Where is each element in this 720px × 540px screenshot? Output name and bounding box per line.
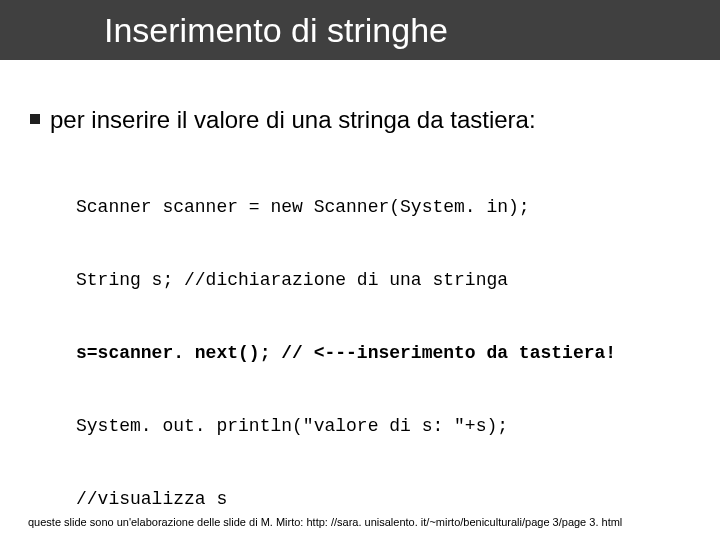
footer-text: queste slide sono un'elaborazione delle … — [28, 516, 700, 528]
title-bar: Inserimento di stringhe — [0, 0, 720, 60]
code-line-4: System. out. println("valore di s: "+s); — [76, 414, 690, 438]
code-block: Scanner scanner = new Scanner(System. in… — [76, 147, 690, 540]
code-line-3: s=scanner. next(); // <---inserimento da… — [76, 341, 690, 365]
code-line-2: String s; //dichiarazione di una stringa — [76, 268, 690, 292]
slide-title: Inserimento di stringhe — [104, 11, 448, 50]
bullet-icon — [30, 114, 40, 124]
slide-content: per inserire il valore di una stringa da… — [0, 60, 720, 540]
bullet-text: per inserire il valore di una stringa da… — [50, 106, 536, 135]
code-line-5: //visualizza s — [76, 487, 690, 511]
code-line-1: Scanner scanner = new Scanner(System. in… — [76, 195, 690, 219]
bullet-item: per inserire il valore di una stringa da… — [30, 106, 690, 135]
